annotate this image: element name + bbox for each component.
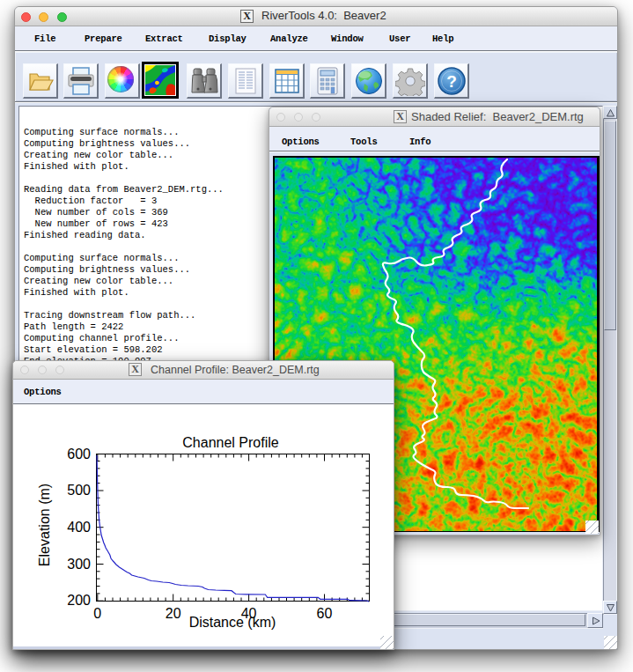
svg-text:300: 300 <box>67 557 91 572</box>
svg-text:400: 400 <box>67 520 91 535</box>
svg-text:500: 500 <box>67 483 91 498</box>
svg-text:?: ? <box>446 72 457 91</box>
svg-text:20: 20 <box>166 606 181 621</box>
svg-text:Distance (km): Distance (km) <box>189 615 276 630</box>
svg-text:0: 0 <box>93 606 101 621</box>
svg-text:600: 600 <box>67 447 91 462</box>
svg-text:Elevation (m): Elevation (m) <box>37 484 52 566</box>
svg-text:200: 200 <box>67 593 91 608</box>
svg-text:Channel Profile: Channel Profile <box>182 435 279 450</box>
svg-text:60: 60 <box>317 606 333 621</box>
